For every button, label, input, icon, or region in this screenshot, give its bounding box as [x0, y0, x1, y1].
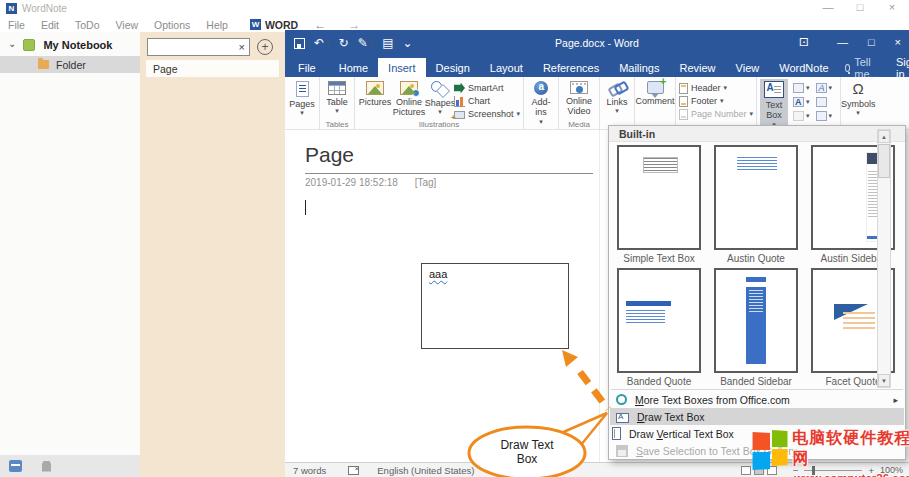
word-maximize-icon[interactable]: □: [868, 36, 875, 48]
quick-parts-button[interactable]: ▾: [793, 82, 810, 94]
notebooks-icon[interactable]: [9, 460, 22, 472]
gallery-scrollbar[interactable]: ▲ ▼: [877, 129, 891, 388]
tab-review[interactable]: Review: [670, 58, 726, 77]
menu-help[interactable]: Help: [198, 19, 236, 31]
gallery-item-simple-text-box[interactable]: [617, 145, 701, 250]
gallery-item-banded-quote[interactable]: [617, 268, 701, 373]
scrollbar-thumb[interactable]: [878, 144, 890, 178]
folder-row-selected[interactable]: Folder: [0, 56, 140, 73]
read-mode-icon[interactable]: [741, 466, 751, 475]
tell-me-box[interactable]: Tell me...: [839, 58, 887, 77]
pictures-button[interactable]: Pictures: [358, 79, 392, 107]
tab-layout[interactable]: Layout: [480, 58, 533, 77]
smartart-button[interactable]: SmartArt: [454, 82, 520, 94]
tab-wordnote[interactable]: WordNote: [769, 58, 838, 77]
drawn-text-box[interactable]: aaa: [421, 263, 569, 349]
word-minimize-icon[interactable]: —: [837, 36, 848, 48]
wordnote-close-icon[interactable]: ×: [885, 1, 899, 13]
screenshot-button[interactable]: Screenshot ▾: [454, 108, 520, 120]
wordnote-minimize-icon[interactable]: —: [821, 1, 835, 13]
chart-button[interactable]: Chart: [454, 95, 520, 107]
print-layout-icon[interactable]: [754, 466, 764, 475]
tab-design[interactable]: Design: [426, 58, 480, 77]
menu-item-draw-text-box[interactable]: Draw Text Box: [610, 408, 904, 425]
thumb-art: [643, 157, 678, 173]
shapes-icon: [431, 81, 449, 96]
word-window-controls: ⊡ — □ ×: [799, 35, 901, 49]
zoom-slider[interactable]: [804, 470, 862, 471]
proofing-status-icon[interactable]: [348, 466, 359, 475]
scroll-up-icon[interactable]: ▲: [878, 130, 890, 143]
zoom-out-icon[interactable]: −: [793, 465, 799, 476]
web-layout-icon[interactable]: [767, 466, 777, 475]
page-number-caret-icon: ▾: [750, 110, 754, 118]
zoom-level[interactable]: 100%: [880, 465, 903, 475]
tab-file[interactable]: File: [285, 58, 329, 77]
symbols-button[interactable]: Ω Symbols ▾: [844, 79, 872, 117]
menu-options[interactable]: Options: [146, 19, 198, 31]
menu-item-more-text-boxes[interactable]: More Text Boxes from Office.com ▸: [610, 391, 904, 408]
gallery-label: Simple Text Box: [611, 253, 707, 264]
document-canvas[interactable]: Page 2019-01-29 18:52:18 [Tag] aaa: [285, 130, 600, 462]
folder-icon: [38, 60, 49, 69]
gallery-item-banded-sidebar[interactable]: [714, 268, 798, 373]
thumb-art-lines: [843, 312, 875, 328]
view-switcher: [741, 466, 777, 475]
object-button[interactable]: ▾: [816, 110, 833, 122]
shapes-button[interactable]: Shapes ▾: [426, 79, 454, 116]
online-pictures-icon: [400, 81, 418, 95]
tab-home[interactable]: Home: [329, 58, 378, 77]
object-caret-icon: ▾: [829, 112, 833, 120]
drop-cap-button[interactable]: ▾: [793, 96, 810, 108]
word-count[interactable]: 7 words: [293, 465, 326, 476]
online-video-button[interactable]: Online Video: [562, 79, 596, 117]
note-list-item[interactable]: Page: [146, 60, 279, 77]
tab-insert[interactable]: Insert: [378, 58, 426, 77]
table-caret-icon: ▾: [335, 107, 339, 115]
footer-button[interactable]: Footer ▾: [679, 95, 753, 107]
ribbon-display-options-icon[interactable]: ⊡: [799, 35, 809, 49]
menu-edit[interactable]: Edit: [33, 19, 67, 31]
online-pictures-button[interactable]: Online Pictures: [392, 79, 426, 118]
signature-line-button[interactable]: ▾: [793, 110, 810, 122]
comment-button[interactable]: Comment: [638, 79, 672, 106]
clear-search-icon[interactable]: ×: [235, 41, 249, 53]
addins-button[interactable]: Add-ins ▾: [527, 79, 555, 126]
wordart-button[interactable]: ▾: [816, 82, 833, 94]
notebook-row[interactable]: ⌄ My Notebook: [0, 36, 140, 54]
thumb-art: [737, 157, 777, 172]
text-box-button-pressed[interactable]: Text Box ▾: [760, 79, 788, 129]
draw-text-box-icon: [616, 413, 629, 423]
date-time-button[interactable]: [816, 96, 833, 108]
zoom-in-icon[interactable]: +: [868, 465, 874, 476]
menu-item-save-selection-disabled[interactable]: Save Selection to Text Box Gallery: [610, 442, 904, 459]
header-button[interactable]: Header ▾: [679, 82, 753, 94]
document-timestamp: 2019-01-29 18:52:18: [305, 177, 398, 188]
thumb-art-column: [746, 287, 766, 364]
menu-file[interactable]: File: [0, 19, 33, 31]
word-launch-button[interactable]: W WORD: [250, 19, 298, 31]
pages-label: Pages: [289, 99, 315, 109]
tab-references[interactable]: References: [533, 58, 609, 77]
pages-button[interactable]: Pages ▾: [288, 79, 316, 117]
gallery-item-austin-quote[interactable]: [714, 145, 798, 250]
scroll-down-icon[interactable]: ▼: [878, 374, 890, 387]
wordnote-maximize-icon[interactable]: □: [853, 1, 867, 13]
tab-view[interactable]: View: [726, 58, 770, 77]
zoom-slider-thumb[interactable]: [812, 466, 815, 475]
table-button[interactable]: Table ▾: [323, 79, 351, 115]
search-input[interactable]: [148, 42, 235, 53]
page-number-button-disabled[interactable]: Page Number ▾: [679, 108, 753, 120]
save-gallery-icon: [616, 445, 628, 457]
sign-in-button[interactable]: Sign in: [887, 58, 909, 77]
signature-line-icon: [793, 111, 804, 121]
menu-item-draw-vertical-text-box[interactable]: Draw Vertical Text Box: [610, 425, 904, 442]
add-note-button[interactable]: +: [257, 39, 273, 55]
menu-view[interactable]: View: [108, 19, 147, 31]
chevron-down-icon[interactable]: ⌄: [8, 38, 16, 49]
word-close-icon[interactable]: ×: [895, 36, 901, 48]
language-status[interactable]: English (United States): [377, 465, 474, 476]
links-button[interactable]: Links ▾: [603, 79, 631, 115]
tag-icon[interactable]: [42, 461, 51, 472]
menu-todo[interactable]: ToDo: [67, 19, 108, 31]
